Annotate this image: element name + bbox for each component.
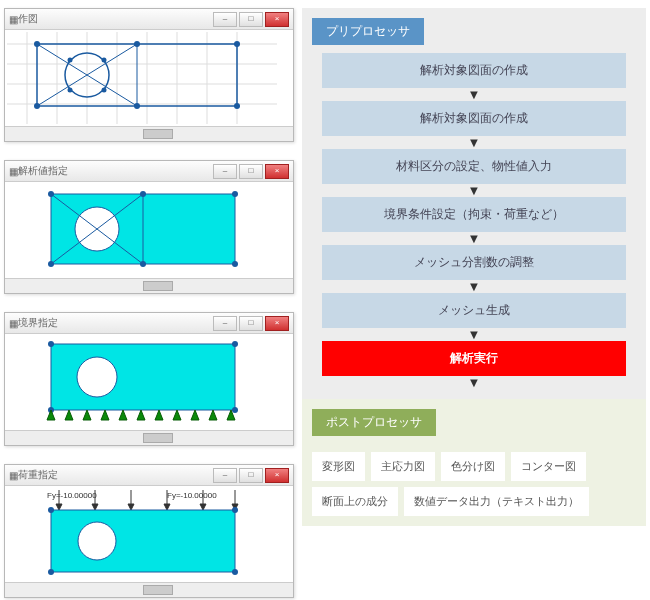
svg-point-22	[234, 103, 240, 109]
svg-marker-66	[200, 504, 206, 510]
flow-step: 境界条件設定（拘束・荷重など）	[322, 197, 626, 232]
svg-point-35	[140, 191, 146, 197]
svg-point-24	[102, 58, 107, 63]
svg-point-39	[232, 261, 238, 267]
svg-point-38	[140, 261, 146, 267]
svg-point-73	[48, 569, 54, 575]
svg-marker-54	[191, 410, 199, 420]
svg-point-43	[232, 341, 238, 347]
svg-marker-60	[92, 504, 98, 510]
svg-point-25	[68, 88, 73, 93]
load-label-right: Fy=-10.00000	[167, 491, 217, 500]
post-item: 色分け図	[441, 452, 505, 481]
win-icon: ▦	[9, 14, 18, 25]
arrow-down-icon: ▼	[312, 136, 636, 149]
canvas: Fy=-10.00000 Fy=-10.00000	[5, 486, 293, 582]
scrollbar[interactable]	[5, 430, 293, 445]
svg-marker-55	[209, 410, 217, 420]
postprocessor-tag: ポストプロセッサ	[312, 409, 436, 436]
screenshot-column: ▦ 作図 – □ × ▦ 解析値指定 – □ × ▦ 境界指定 – □ × ▦ …	[0, 0, 298, 600]
win-title: 境界指定	[18, 316, 58, 330]
maximize-button[interactable]: □	[239, 468, 263, 483]
arrow-down-icon: ▼	[312, 88, 636, 101]
svg-marker-48	[83, 410, 91, 420]
svg-point-45	[232, 407, 238, 413]
svg-point-19	[234, 41, 240, 47]
minimize-button[interactable]: –	[213, 12, 237, 27]
svg-marker-50	[119, 410, 127, 420]
minimize-button[interactable]: –	[213, 316, 237, 331]
close-button[interactable]: ×	[265, 316, 289, 331]
scrollbar[interactable]	[5, 278, 293, 293]
svg-point-21	[134, 103, 140, 109]
svg-point-71	[48, 507, 54, 513]
window-load: ▦ 荷重指定 – □ × Fy=-10.00000 Fy=-10.00000	[4, 464, 294, 598]
post-item: 主応力図	[371, 452, 435, 481]
svg-marker-62	[128, 504, 134, 510]
svg-marker-52	[155, 410, 163, 420]
titlebar[interactable]: ▦ 荷重指定 – □ ×	[5, 465, 293, 486]
svg-point-17	[34, 41, 40, 47]
canvas	[5, 182, 293, 278]
svg-point-37	[48, 261, 54, 267]
win-title: 荷重指定	[18, 468, 58, 482]
svg-marker-53	[173, 410, 181, 420]
svg-marker-49	[101, 410, 109, 420]
scrollbar[interactable]	[5, 582, 293, 597]
preprocessor-tag: プリプロセッサ	[312, 18, 424, 45]
canvas	[5, 334, 293, 430]
window-boundary: ▦ 境界指定 – □ ×	[4, 312, 294, 446]
arrow-down-icon: ▼	[312, 232, 636, 245]
titlebar[interactable]: ▦ 境界指定 – □ ×	[5, 313, 293, 334]
scrollbar[interactable]	[5, 126, 293, 141]
postprocessor-block: ポストプロセッサ 変形図 主応力図 色分け図 コンター図 断面上の成分 数値デー…	[302, 399, 646, 526]
window-drawing: ▦ 作図 – □ ×	[4, 8, 294, 142]
svg-point-26	[102, 88, 107, 93]
titlebar[interactable]: ▦ 解析値指定 – □ ×	[5, 161, 293, 182]
svg-point-18	[134, 41, 140, 47]
svg-point-23	[68, 58, 73, 63]
minimize-button[interactable]: –	[213, 164, 237, 179]
post-item: 断面上の成分	[312, 487, 398, 516]
maximize-button[interactable]: □	[239, 164, 263, 179]
flow-step: 材料区分の設定、物性値入力	[322, 149, 626, 184]
win-title: 作図	[18, 12, 38, 26]
post-item: コンター図	[511, 452, 586, 481]
svg-marker-58	[56, 504, 62, 510]
preprocessor-block: プリプロセッサ 解析対象図面の作成 ▼ 解析対象図面の作成 ▼ 材料区分の設定、…	[302, 8, 646, 399]
svg-point-42	[48, 341, 54, 347]
close-button[interactable]: ×	[265, 468, 289, 483]
svg-point-41	[77, 357, 117, 397]
flow-step: 解析対象図面の作成	[322, 53, 626, 88]
flow-step: メッシュ生成	[322, 293, 626, 328]
close-button[interactable]: ×	[265, 164, 289, 179]
canvas	[5, 30, 293, 126]
win-title: 解析値指定	[18, 164, 68, 178]
minimize-button[interactable]: –	[213, 468, 237, 483]
svg-marker-51	[137, 410, 145, 420]
titlebar[interactable]: ▦ 作図 – □ ×	[5, 9, 293, 30]
svg-marker-46	[47, 410, 55, 420]
arrow-down-icon: ▼	[312, 328, 636, 341]
flow-step: メッシュ分割数の調整	[322, 245, 626, 280]
svg-point-74	[232, 569, 238, 575]
svg-point-20	[34, 103, 40, 109]
post-item: 変形図	[312, 452, 365, 481]
flow-step: 解析対象図面の作成	[322, 101, 626, 136]
svg-marker-64	[164, 504, 170, 510]
post-item: 数値データ出力（テキスト出力）	[404, 487, 589, 516]
svg-point-72	[232, 507, 238, 513]
svg-point-36	[232, 191, 238, 197]
arrow-down-icon: ▼	[312, 184, 636, 197]
svg-point-34	[48, 191, 54, 197]
close-button[interactable]: ×	[265, 12, 289, 27]
maximize-button[interactable]: □	[239, 316, 263, 331]
svg-marker-47	[65, 410, 73, 420]
arrow-down-icon: ▼	[312, 280, 636, 293]
flowchart-column: プリプロセッサ 解析対象図面の作成 ▼ 解析対象図面の作成 ▼ 材料区分の設定、…	[298, 0, 650, 600]
svg-point-70	[78, 522, 116, 560]
win-icon: ▦	[9, 318, 18, 329]
arrow-down-icon: ▼	[312, 376, 636, 389]
win-icon: ▦	[9, 166, 18, 177]
maximize-button[interactable]: □	[239, 12, 263, 27]
